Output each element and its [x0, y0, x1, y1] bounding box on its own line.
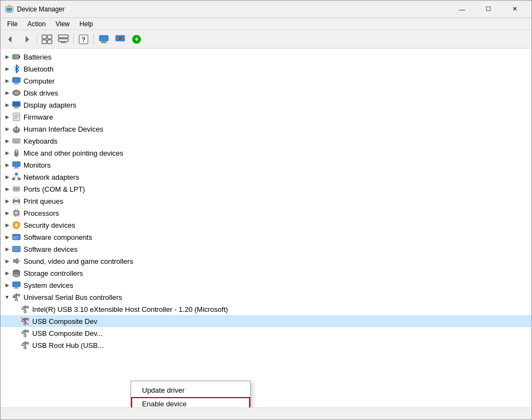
- tree-item-network[interactable]: ▶ Network adapters: [1, 171, 531, 183]
- ctx-enable-device[interactable]: Enable device: [131, 397, 250, 407]
- svg-rect-58: [15, 141, 16, 142]
- add-button[interactable]: +: [129, 32, 144, 46]
- menu-help[interactable]: Help: [75, 19, 98, 29]
- app-icon: [5, 5, 14, 14]
- svg-point-49: [15, 128, 16, 130]
- back-button[interactable]: [3, 32, 18, 46]
- tree-item-usb[interactable]: ▼ Universal Serial Bus controllers: [1, 291, 531, 303]
- tree-item-usb-composite2[interactable]: ▶ USB Composite Dev...: [1, 327, 531, 339]
- svg-rect-125: [27, 330, 28, 332]
- arrow-keyboards: ▶: [3, 137, 11, 145]
- tree-item-software-devices[interactable]: ▶ Software devices: [1, 243, 531, 255]
- tree-item-mice[interactable]: ▶ Mice and other pointing devices: [1, 147, 531, 159]
- collapse-button[interactable]: [56, 32, 71, 46]
- label-usb: Universal Serial Bus controllers: [23, 293, 122, 301]
- tree-item-monitors[interactable]: ▶ Monitors: [1, 159, 531, 171]
- label-software-components: Software components: [23, 233, 92, 241]
- icon-hid: [11, 124, 21, 134]
- label-firmware: Firmware: [23, 113, 53, 121]
- arrow-disk-drives: ▶: [3, 88, 11, 97]
- window-title: Device Manager: [17, 5, 450, 13]
- forward-button[interactable]: [19, 32, 34, 46]
- device-manager-window: Device Manager — ☐ ✕ File Action View He…: [0, 0, 532, 420]
- svg-point-121: [24, 323, 26, 325]
- svg-point-111: [15, 299, 17, 301]
- tree-item-hid[interactable]: ▶ Human Interface Devices: [1, 123, 531, 135]
- arrow-hid: ▶: [3, 125, 11, 133]
- svg-rect-20: [101, 43, 107, 43]
- tree-item-usb-root[interactable]: ▶ USB Root Hub (USB...: [1, 339, 531, 351]
- svg-rect-12: [48, 40, 52, 44]
- svg-point-126: [22, 332, 24, 334]
- svg-rect-41: [14, 108, 19, 109]
- arrow-mice: ▶: [3, 149, 11, 157]
- device-tree[interactable]: ▶ Batteries ▶ Blueto: [1, 49, 531, 407]
- label-sound: Sound, video and game controllers: [23, 257, 133, 265]
- svg-rect-9: [42, 35, 46, 39]
- svg-rect-42: [13, 102, 20, 106]
- tree-item-ports[interactable]: ▶ Ports (COM & LPT): [1, 183, 531, 195]
- menu-file[interactable]: File: [3, 19, 22, 29]
- show-all-button[interactable]: [39, 32, 55, 46]
- svg-rect-59: [16, 141, 17, 142]
- tree-item-print-queues[interactable]: ▶ Print queues: [1, 195, 531, 207]
- svg-point-115: [22, 307, 24, 310]
- svg-rect-67: [15, 173, 17, 175]
- help-button[interactable]: ?: [76, 32, 91, 46]
- window-controls: — ☐ ✕: [450, 1, 527, 18]
- minimize-button[interactable]: —: [450, 1, 475, 18]
- svg-rect-69: [18, 178, 20, 180]
- arrow-ports: ▶: [3, 185, 11, 193]
- svg-rect-98: [13, 259, 15, 263]
- arrow-display-adapters: ▶: [3, 100, 11, 109]
- computer-button[interactable]: [96, 32, 111, 46]
- tree-item-system[interactable]: ▶ System devices: [1, 279, 531, 291]
- tree-item-processors[interactable]: ▶ Processors: [1, 207, 531, 219]
- tree-item-sound[interactable]: ▶ Sound, video and game controllers: [1, 255, 531, 267]
- tree-item-usb-xhci[interactable]: ▶ Intel(R) USB 3.10 eXtensible Host Cont…: [1, 303, 531, 315]
- icon-bluetooth: [11, 64, 21, 74]
- tree-item-bluetooth[interactable]: ▶ Bluetooth: [1, 63, 531, 75]
- label-network: Network adapters: [23, 173, 79, 181]
- svg-rect-57: [13, 141, 14, 142]
- label-usb-composite2: USB Composite Dev...: [32, 329, 103, 338]
- svg-rect-40: [15, 107, 18, 108]
- svg-rect-56: [18, 140, 19, 141]
- svg-rect-3: [7, 12, 12, 13]
- label-usb-root: USB Root Hub (USB...: [32, 341, 104, 350]
- tree-item-batteries[interactable]: ▶ Batteries: [1, 51, 531, 63]
- icon-mice: [11, 148, 21, 158]
- ctx-update-driver[interactable]: Update driver: [131, 383, 250, 397]
- svg-marker-8: [26, 36, 29, 43]
- svg-rect-105: [14, 288, 19, 289]
- close-button[interactable]: ✕: [502, 1, 527, 18]
- tree-item-firmware[interactable]: ▶ Firmware: [1, 111, 531, 123]
- tree-item-computer[interactable]: ▶ Computer: [1, 75, 531, 87]
- svg-rect-14: [58, 39, 68, 42]
- tree-item-software-components[interactable]: ▶ Software components: [1, 231, 531, 243]
- svg-rect-97: [13, 247, 20, 251]
- arrow-bluetooth: ▶: [3, 64, 11, 73]
- arrow-system: ▶: [3, 281, 11, 289]
- menu-action[interactable]: Action: [23, 19, 50, 29]
- tree-item-disk-drives[interactable]: ▶ Disk drives: [1, 87, 531, 99]
- tree-item-usb-composite-sel[interactable]: ▶ USB Composite Dev: [1, 315, 531, 327]
- label-batteries: Batteries: [23, 53, 51, 61]
- menu-bar: File Action View Help: [1, 18, 531, 30]
- tree-item-storage[interactable]: ▶ Storage controllers: [1, 267, 531, 279]
- maximize-button[interactable]: ☐: [476, 1, 501, 18]
- icon-usb-composite-sel: [20, 316, 30, 326]
- icon-usb: [11, 292, 21, 302]
- disable-button[interactable]: ✕: [113, 32, 128, 46]
- arrow-firmware: ▶: [3, 113, 11, 121]
- tree-item-keyboards[interactable]: ▶ Keyboards: [1, 135, 531, 147]
- icon-display-adapters: [11, 100, 21, 110]
- tree-item-display-adapters[interactable]: ▶ Display adapters: [1, 99, 531, 111]
- tree-item-security[interactable]: ▶ Security devices: [1, 219, 531, 231]
- icon-sound: [11, 256, 21, 266]
- icon-storage: [11, 268, 21, 278]
- label-disk-drives: Disk drives: [23, 89, 58, 97]
- svg-rect-95: [16, 238, 18, 239]
- menu-view[interactable]: View: [51, 19, 74, 29]
- title-bar: Device Manager — ☐ ✕: [1, 1, 531, 18]
